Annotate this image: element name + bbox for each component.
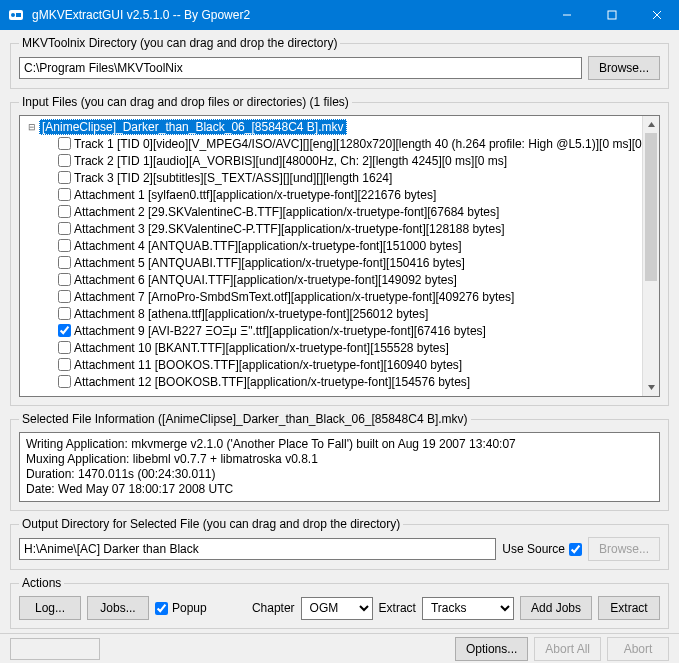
tree-track-checkbox[interactable]: [58, 188, 71, 201]
tree-file-node[interactable]: ⊟ [AnimeClipse]_Darker_than_Black_06_[85…: [26, 118, 642, 135]
tree-track-checkbox[interactable]: [58, 137, 71, 150]
svg-rect-4: [608, 11, 616, 19]
scroll-down-button[interactable]: [643, 379, 659, 396]
tree-track-checkbox[interactable]: [58, 222, 71, 235]
info-line: Date: Wed May 07 18:00:17 2008 UTC: [26, 482, 653, 497]
tree-track-item[interactable]: Attachment 8 [athena.ttf][application/x-…: [58, 305, 642, 322]
use-source-checkbox[interactable]: Use Source: [502, 542, 582, 556]
tree-track-label: Track 1 [TID 0][video][V_MPEG4/ISO/AVC][…: [74, 137, 642, 151]
actions-legend: Actions: [19, 576, 64, 590]
abort-all-button: Abort All: [534, 637, 601, 661]
tree-track-checkbox[interactable]: [58, 154, 71, 167]
tree-track-item[interactable]: Attachment 1 [sylfaen0.ttf][application/…: [58, 186, 642, 203]
output-browse-button: Browse...: [588, 537, 660, 561]
input-files-tree[interactable]: ⊟ [AnimeClipse]_Darker_than_Black_06_[85…: [19, 115, 660, 397]
tree-track-checkbox[interactable]: [58, 273, 71, 286]
status-bar: Options... Abort All Abort: [0, 633, 679, 663]
window-maximize-button[interactable]: [589, 0, 634, 30]
input-files-legend: Input Files (you can drag and drop files…: [19, 95, 352, 109]
info-line: Writing Application: mkvmerge v2.1.0 ('A…: [26, 437, 653, 452]
tree-track-item[interactable]: Attachment 4 [ANTQUAB.TTF][application/x…: [58, 237, 642, 254]
info-line: Duration: 1470.011s (00:24:30.011): [26, 467, 653, 482]
svg-marker-7: [648, 122, 655, 127]
tree-file-label[interactable]: [AnimeClipse]_Darker_than_Black_06_[8584…: [39, 119, 347, 135]
tree-track-checkbox[interactable]: [58, 171, 71, 184]
tree-track-label: Attachment 1 [sylfaen0.ttf][application/…: [74, 188, 436, 202]
tree-track-label: Attachment 12 [BOOKOSB.TTF][application/…: [74, 375, 470, 389]
extract-label: Extract: [379, 601, 416, 615]
tree-track-item[interactable]: Track 2 [TID 1][audio][A_VORBIS][und][48…: [58, 152, 642, 169]
output-directory-legend: Output Directory for Selected File (you …: [19, 517, 403, 531]
tree-track-label: Attachment 4 [ANTQUAB.TTF][application/x…: [74, 239, 462, 253]
tree-track-item[interactable]: Attachment 7 [ArnoPro-SmbdSmText.otf][ap…: [58, 288, 642, 305]
chapter-select[interactable]: OGM: [301, 597, 373, 620]
tree-track-label: Track 3 [TID 2][subtitles][S_TEXT/ASS][]…: [74, 171, 392, 185]
tree-track-label: Attachment 6 [ANTQUAI.TTF][application/x…: [74, 273, 457, 287]
tree-track-item[interactable]: Track 1 [TID 0][video][V_MPEG4/ISO/AVC][…: [58, 135, 642, 152]
output-path-input[interactable]: [19, 538, 496, 560]
window-title: gMKVExtractGUI v2.5.1.0 -- By Gpower2: [32, 8, 544, 22]
tree-track-checkbox[interactable]: [58, 290, 71, 303]
window-minimize-button[interactable]: [544, 0, 589, 30]
toolnix-browse-button[interactable]: Browse...: [588, 56, 660, 80]
status-cell: [10, 638, 100, 660]
tree-track-checkbox[interactable]: [58, 256, 71, 269]
tree-track-item[interactable]: Track 3 [TID 2][subtitles][S_TEXT/ASS][]…: [58, 169, 642, 186]
popup-checkbox[interactable]: Popup: [155, 601, 207, 615]
popup-label: Popup: [172, 601, 207, 615]
use-source-check[interactable]: [569, 543, 582, 556]
tree-scrollbar[interactable]: [642, 116, 659, 396]
tree-track-label: Attachment 3 [29.SKValentineC-P.TTF][app…: [74, 222, 504, 236]
tree-track-item[interactable]: Attachment 12 [BOOKOSB.TTF][application/…: [58, 373, 642, 390]
svg-rect-2: [16, 13, 21, 17]
use-source-label: Use Source: [502, 542, 565, 556]
tree-track-label: Track 2 [TID 1][audio][A_VORBIS][und][48…: [74, 154, 507, 168]
toolnix-legend: MKVToolnix Directory (you can drag and d…: [19, 36, 340, 50]
scroll-thumb[interactable]: [645, 133, 657, 281]
tree-track-label: Attachment 5 [ANTQUABI.TTF][application/…: [74, 256, 465, 270]
selected-file-info-legend: Selected File Information ([AnimeClipse]…: [19, 412, 471, 426]
app-icon: [8, 7, 24, 23]
tree-track-label: Attachment 2 [29.SKValentineC-B.TTF][app…: [74, 205, 499, 219]
svg-marker-8: [648, 385, 655, 390]
popup-check[interactable]: [155, 602, 168, 615]
actions-group: Actions Log... Jobs... Popup Chapter OGM…: [10, 576, 669, 629]
tree-track-label: Attachment 8 [athena.ttf][application/x-…: [74, 307, 428, 321]
selected-file-info-text: Writing Application: mkvmerge v2.1.0 ('A…: [19, 432, 660, 502]
tree-track-label: Attachment 10 [BKANT.TTF][application/x-…: [74, 341, 449, 355]
extract-button[interactable]: Extract: [598, 596, 660, 620]
tree-collapse-icon[interactable]: ⊟: [26, 122, 37, 132]
tree-track-label: Attachment 9 [AVI-B227 ΞΟΞμ Ξ".ttf][appl…: [74, 324, 486, 338]
tree-track-item[interactable]: Attachment 2 [29.SKValentineC-B.TTF][app…: [58, 203, 642, 220]
info-line: Muxing Application: libebml v0.7.7 + lib…: [26, 452, 653, 467]
output-directory-group: Output Directory for Selected File (you …: [10, 517, 669, 570]
input-files-group: Input Files (you can drag and drop files…: [10, 95, 669, 406]
extract-select[interactable]: Tracks: [422, 597, 514, 620]
abort-button: Abort: [607, 637, 669, 661]
options-button[interactable]: Options...: [455, 637, 528, 661]
toolnix-directory-group: MKVToolnix Directory (you can drag and d…: [10, 36, 669, 89]
tree-track-checkbox[interactable]: [58, 307, 71, 320]
log-button[interactable]: Log...: [19, 596, 81, 620]
window-close-button[interactable]: [634, 0, 679, 30]
tree-track-item[interactable]: Attachment 9 [AVI-B227 ΞΟΞμ Ξ".ttf][appl…: [58, 322, 642, 339]
tree-track-item[interactable]: Attachment 5 [ANTQUABI.TTF][application/…: [58, 254, 642, 271]
tree-track-checkbox[interactable]: [58, 324, 71, 337]
toolnix-path-input[interactable]: [19, 57, 582, 79]
tree-track-item[interactable]: Attachment 6 [ANTQUAI.TTF][application/x…: [58, 271, 642, 288]
tree-track-checkbox[interactable]: [58, 375, 71, 388]
tree-track-checkbox[interactable]: [58, 358, 71, 371]
tree-track-checkbox[interactable]: [58, 341, 71, 354]
selected-file-info-group: Selected File Information ([AnimeClipse]…: [10, 412, 669, 511]
tree-track-item[interactable]: Attachment 3 [29.SKValentineC-P.TTF][app…: [58, 220, 642, 237]
tree-track-checkbox[interactable]: [58, 239, 71, 252]
tree-track-label: Attachment 7 [ArnoPro-SmbdSmText.otf][ap…: [74, 290, 514, 304]
jobs-button[interactable]: Jobs...: [87, 596, 149, 620]
tree-track-item[interactable]: Attachment 10 [BKANT.TTF][application/x-…: [58, 339, 642, 356]
scroll-up-button[interactable]: [643, 116, 659, 133]
chapter-label: Chapter: [252, 601, 295, 615]
tree-track-item[interactable]: Attachment 11 [BOOKOS.TTF][application/x…: [58, 356, 642, 373]
window-titlebar: gMKVExtractGUI v2.5.1.0 -- By Gpower2: [0, 0, 679, 30]
tree-track-checkbox[interactable]: [58, 205, 71, 218]
add-jobs-button[interactable]: Add Jobs: [520, 596, 592, 620]
